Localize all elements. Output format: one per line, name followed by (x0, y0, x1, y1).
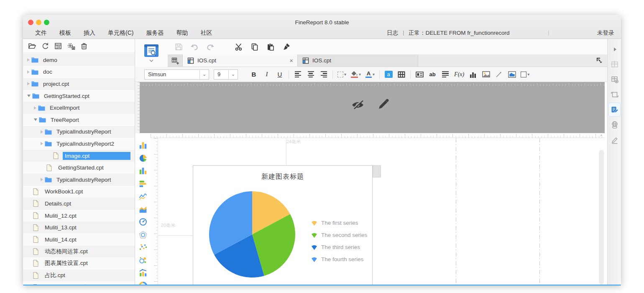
refresh-icon[interactable] (41, 41, 50, 51)
expand-arrow-icon[interactable] (41, 130, 43, 134)
grid-cell[interactable] (373, 165, 381, 177)
align-right-button[interactable] (319, 69, 328, 80)
font-size-select[interactable]: 9 ⌄ (214, 69, 238, 80)
italic-button[interactable]: I (263, 69, 271, 80)
scatter-chart-icon[interactable] (138, 243, 148, 252)
tree-folder-ExcelImport[interactable]: ExcelImport (23, 102, 135, 114)
copy-button[interactable] (250, 42, 260, 52)
shape-button[interactable]: ▾ (521, 69, 529, 80)
fill-color-button[interactable]: ▾ (351, 69, 361, 80)
tree-folder-TypicalIndustryReport2[interactable]: TypicalIndustryReport2 (23, 138, 135, 150)
expand-arrow-icon[interactable] (41, 142, 43, 145)
tree-file-动态格间运算.cpt[interactable]: 动态格间运算.cpt (23, 246, 135, 258)
combo-chart-icon[interactable] (138, 268, 148, 278)
font-family-select[interactable]: Simsun ⌄ (144, 69, 209, 80)
plugin-settings-icon[interactable] (66, 41, 76, 51)
tree-file-Image.cpt[interactable]: Image.cpt (23, 150, 135, 162)
tree-folder-TypicalIndustryReport[interactable]: TypicalIndustryReport (23, 174, 135, 186)
tab-list-icon[interactable] (595, 57, 603, 65)
collapse-arrow-icon[interactable] (34, 118, 37, 121)
line-chart-icon[interactable] (138, 192, 148, 201)
underline-button[interactable]: U (276, 69, 284, 80)
bar-chart-icon[interactable] (138, 179, 148, 188)
menu-file[interactable]: 文件 (29, 28, 53, 38)
donut-chart-icon[interactable] (138, 281, 148, 285)
pie-chart-icon[interactable] (138, 154, 148, 163)
report-canvas[interactable]: 24毫米 20毫米 新建图表标题 The first seriesThe sec… (135, 133, 607, 285)
login-button[interactable]: 未登录 (597, 29, 614, 37)
tree-folder-demo[interactable]: demo (23, 54, 135, 66)
menu-template[interactable]: 模板 (53, 28, 77, 38)
tree-folder-GettingStarted.cpt[interactable]: GettingStarted.cpt (23, 90, 135, 102)
tree-file-Details.cpt[interactable]: Details.cpt (23, 198, 135, 210)
tab-ios-cpt-active[interactable]: IOS.cpt × (183, 54, 298, 67)
float-element-icon[interactable] (608, 87, 621, 102)
tab-ios-cpt-inactive[interactable]: IOS.cpt (298, 54, 418, 67)
preview-button[interactable] (135, 39, 168, 67)
expand-arrow-icon[interactable] (34, 106, 36, 110)
tree-file-占比.cpt[interactable]: 占比.cpt (23, 270, 135, 282)
cell-element-icon[interactable] (608, 72, 621, 87)
tree-file-Muliti_14.cpt[interactable]: Muliti_14.cpt (23, 234, 135, 246)
edit-pencil-icon[interactable] (376, 98, 390, 111)
tree-folder-doc[interactable]: doc (23, 66, 135, 78)
preview-dropdown-icon[interactable] (149, 59, 153, 62)
insert-chart-button[interactable] (469, 69, 477, 80)
new-template-button[interactable] (168, 54, 183, 67)
hyperlink-icon[interactable] (608, 118, 621, 132)
scroll-up-icon[interactable]: ⌃ (599, 134, 604, 139)
chart-float-element[interactable]: 新建图表标题 The first seriesThe second series… (193, 165, 373, 285)
collapse-arrow-icon[interactable] (27, 95, 31, 97)
open-folder-icon[interactable] (28, 41, 37, 51)
widget-editor-icon[interactable] (608, 133, 621, 147)
align-center-button[interactable] (307, 69, 315, 80)
tree-file-WorkBook1.cpt[interactable]: WorkBook1.cpt (23, 186, 135, 198)
gauge-chart-icon[interactable] (138, 217, 148, 226)
form-widget-button[interactable] (415, 69, 424, 80)
bubble-chart-icon[interactable] (138, 256, 148, 265)
expand-arrow-icon[interactable] (41, 178, 43, 181)
align-left-button[interactable] (294, 69, 302, 80)
border-button[interactable]: ▾ (337, 69, 346, 80)
expand-arrow-icon[interactable] (608, 42, 621, 57)
text-button[interactable]: ab (428, 69, 437, 80)
pie-chart[interactable] (207, 190, 297, 279)
paste-button[interactable] (266, 42, 276, 52)
merge-cell-button[interactable]: a (384, 69, 393, 80)
tab-close-icon[interactable]: × (289, 57, 293, 64)
tree-folder-project.cpt[interactable]: project.cpt (23, 78, 135, 90)
vertical-scrollbar[interactable] (599, 150, 604, 285)
menu-server[interactable]: 服务器 (140, 28, 170, 38)
rich-text-button[interactable] (441, 69, 450, 80)
condition-attributes-icon[interactable] (608, 103, 621, 117)
column3d-chart-icon[interactable] (138, 166, 148, 175)
report-view-icon[interactable] (54, 41, 63, 51)
tree-file-Muliti_13.cpt[interactable]: Muliti_13.cpt (23, 221, 135, 234)
tree-file-图表属性设置.cpt[interactable]: 图表属性设置.cpt (23, 257, 135, 270)
menu-help[interactable]: 帮助 (170, 28, 194, 38)
expand-arrow-icon[interactable] (27, 70, 30, 74)
bold-button[interactable]: B (250, 69, 258, 80)
grid-button[interactable] (397, 69, 406, 80)
tree-file-构件树_分层构建.cpt[interactable]: 构件树_分层构建.cpt (23, 281, 135, 285)
frame-image-button[interactable] (508, 69, 516, 80)
insert-image-button[interactable] (482, 69, 490, 80)
column-chart-icon[interactable] (138, 141, 148, 150)
delete-icon[interactable] (79, 41, 89, 51)
eye-off-icon[interactable] (350, 98, 365, 111)
expand-arrow-icon[interactable] (27, 58, 30, 62)
expand-arrow-icon[interactable] (27, 82, 30, 85)
format-brush-button[interactable] (281, 42, 291, 52)
log-link[interactable]: 日志 (387, 29, 398, 37)
area-chart-icon[interactable] (138, 205, 148, 214)
tree-file-GettingStarted.cpt[interactable]: GettingStarted.cpt (23, 162, 135, 174)
cut-button[interactable] (234, 42, 244, 52)
menu-insert[interactable]: 插入 (77, 28, 102, 38)
tree-file-Muliti_12.cpt[interactable]: Muliti_12.cpt (23, 210, 135, 222)
tree-folder-TypicalIndustryReport[interactable]: TypicalIndustryReport (23, 126, 135, 138)
tree-folder-TreeReport[interactable]: TreeReport (23, 114, 135, 126)
radar-chart-icon[interactable] (138, 230, 148, 239)
menu-cell[interactable]: 单元格(C) (102, 28, 140, 38)
cell-attributes-icon[interactable] (608, 57, 621, 72)
formula-button[interactable]: F(x) (454, 69, 464, 80)
